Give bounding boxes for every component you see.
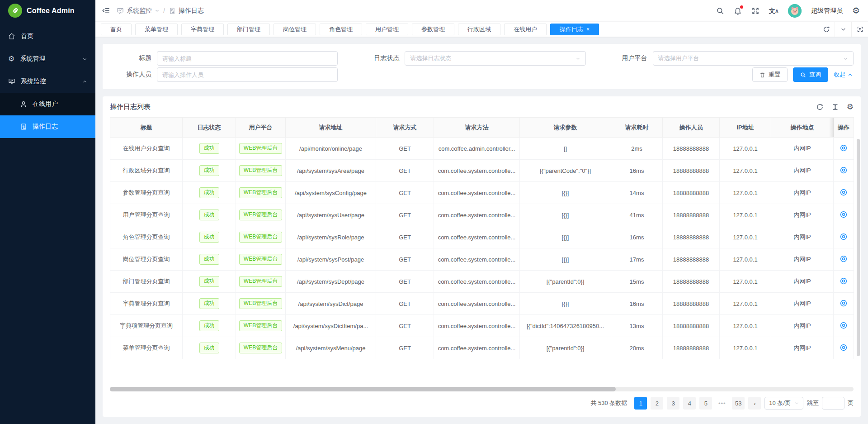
sidebar-subitem-0[interactable]: 在线用户	[0, 93, 95, 115]
main-area: 系统监控 / 操作日志	[95, 0, 868, 424]
jump-page-input[interactable]	[822, 397, 844, 410]
refresh-icon[interactable]	[818, 22, 835, 37]
cell-ip: 127.0.0.1	[720, 226, 771, 248]
cell-operator: 18888888888	[663, 160, 720, 182]
cell-params: [{}]	[520, 204, 611, 226]
column-header-5: 请求方法	[434, 118, 520, 138]
view-detail-button[interactable]	[840, 188, 848, 198]
collapse-sidebar-icon[interactable]	[102, 6, 110, 15]
page-button-53[interactable]: 53	[732, 397, 745, 410]
view-detail-button[interactable]	[840, 299, 848, 309]
platform-badge: WEB管理后台	[239, 232, 282, 243]
view-detail-button[interactable]	[840, 233, 848, 242]
chevron-down-icon[interactable]	[835, 22, 851, 37]
user-icon	[20, 100, 27, 108]
page-button-1[interactable]: 1	[634, 397, 647, 410]
eye-icon	[840, 277, 848, 286]
maximize-icon[interactable]	[851, 22, 868, 37]
column-header-0: 标题	[110, 118, 183, 138]
app-root: Coffee Admin 首页⚙系统管理系统监控在线用户操作日志 系统监控 /	[0, 0, 868, 424]
page-button-5[interactable]: 5	[699, 397, 712, 410]
view-detail-button[interactable]	[840, 166, 848, 176]
cell-status: 成功	[183, 271, 236, 293]
gear-icon[interactable]: ⚙	[847, 103, 854, 111]
filter-card: 标题 日志状态 请选择日志状态	[103, 44, 861, 89]
search-icon[interactable]	[716, 7, 724, 15]
user-name[interactable]: 超级管理员	[811, 7, 843, 15]
table-wrap: 标题日志状态用户平台请求地址请求方式请求方法请求参数请求耗时操作人员IP地址操作…	[110, 117, 854, 359]
page-button-2[interactable]: 2	[651, 397, 663, 410]
eye-icon	[840, 210, 848, 220]
translate-icon[interactable]: 文A	[769, 8, 778, 14]
tab-8[interactable]: 行政区域	[458, 24, 500, 35]
cell-duration: 17ms	[611, 248, 663, 271]
table-row: 在线用户分页查询成功WEB管理后台/api/monitor/online/pag…	[110, 138, 854, 160]
page-button-4[interactable]: 4	[683, 397, 696, 410]
view-detail-button[interactable]	[840, 321, 848, 331]
search-button[interactable]: 查询	[793, 67, 828, 82]
sidebar-subitem-1[interactable]: 操作日志	[0, 115, 95, 138]
tab-3[interactable]: 部门管理	[227, 24, 270, 35]
title-input[interactable]	[162, 55, 332, 62]
view-detail-button[interactable]	[840, 343, 848, 353]
tab-0[interactable]: 首页	[101, 24, 132, 35]
collapse-filter-link[interactable]: 收起	[834, 71, 853, 79]
operator-input[interactable]	[162, 71, 332, 78]
status-select[interactable]: 请选择日志状态	[405, 51, 585, 66]
sidebar-submenu: 在线用户操作日志	[0, 93, 95, 138]
log-table-card: 操作日志列表 ⚙	[103, 96, 861, 417]
operator-field-label: 操作人员	[110, 71, 157, 79]
gear-icon: ⚙	[8, 55, 14, 62]
cell-location: 内网IP	[771, 293, 834, 315]
sidebar-item-2[interactable]: 系统监控	[0, 70, 95, 93]
next-page-button[interactable]: ›	[748, 397, 761, 410]
tab-5[interactable]: 角色管理	[320, 24, 362, 35]
tab-list: 首页菜单管理字典管理部门管理岗位管理角色管理用户管理参数管理行政区域在线用户操作…	[95, 24, 818, 35]
reset-button[interactable]: 重置	[752, 67, 788, 82]
text-height-icon[interactable]	[831, 103, 839, 111]
view-detail-button[interactable]	[840, 210, 848, 220]
breadcrumb-page: 操作日志	[179, 7, 204, 15]
refresh-icon[interactable]	[816, 103, 824, 111]
page-button-3[interactable]: 3	[667, 397, 679, 410]
tab-1[interactable]: 菜单管理	[135, 24, 178, 35]
fullscreen-icon[interactable]	[751, 7, 760, 15]
view-detail-button[interactable]	[840, 144, 848, 153]
page-ellipsis[interactable]: •••	[716, 400, 728, 407]
tab-4[interactable]: 岗位管理	[274, 24, 316, 35]
status-badge: 成功	[199, 210, 219, 220]
vertical-scrollbar[interactable]	[857, 139, 860, 356]
tab-7[interactable]: 参数管理	[412, 24, 454, 35]
tab-6[interactable]: 用户管理	[366, 24, 408, 35]
cell-operator: 18888888888	[663, 315, 720, 337]
page-size-select[interactable]: 10 条/页	[764, 397, 803, 410]
cell-method: GET	[376, 337, 434, 359]
cell-url: /api/system/sysConfig/page	[286, 182, 376, 204]
sidebar-item-0[interactable]: 首页	[0, 25, 95, 48]
tab-10[interactable]: 操作日志×	[550, 24, 599, 35]
sidebar-item-1[interactable]: ⚙系统管理	[0, 48, 95, 70]
pagination-total: 共 530 条数据	[590, 399, 627, 407]
scrollbar-thumb[interactable]	[110, 387, 616, 391]
platform-select[interactable]: 请选择用户平台	[653, 51, 854, 66]
horizontal-scrollbar[interactable]	[110, 387, 854, 391]
view-detail-button[interactable]	[840, 277, 848, 286]
column-header-9: IP地址	[720, 118, 771, 138]
tab-9[interactable]: 在线用户	[504, 24, 547, 35]
app-logo[interactable]: Coffee Admin	[0, 0, 95, 21]
cell-location: 内网IP	[771, 226, 834, 248]
view-detail-button[interactable]	[840, 255, 848, 264]
tab-2[interactable]: 字典管理	[181, 24, 224, 35]
cell-platform: WEB管理后台	[236, 271, 286, 293]
cell-title: 菜单管理分页查询	[110, 337, 183, 359]
bell-icon[interactable]	[734, 7, 742, 15]
cell-title: 行政区域分页查询	[110, 160, 183, 182]
avatar[interactable]	[788, 4, 802, 18]
cell-ip: 127.0.0.1	[720, 315, 771, 337]
cell-url: /api/system/sysUser/page	[286, 204, 376, 226]
cell-title: 用户管理分页查询	[110, 204, 183, 226]
gear-icon[interactable]: ⚙	[852, 6, 860, 15]
breadcrumb-section[interactable]: 系统监控	[127, 7, 152, 15]
close-icon[interactable]: ×	[586, 27, 590, 32]
cell-duration: 13ms	[611, 315, 663, 337]
